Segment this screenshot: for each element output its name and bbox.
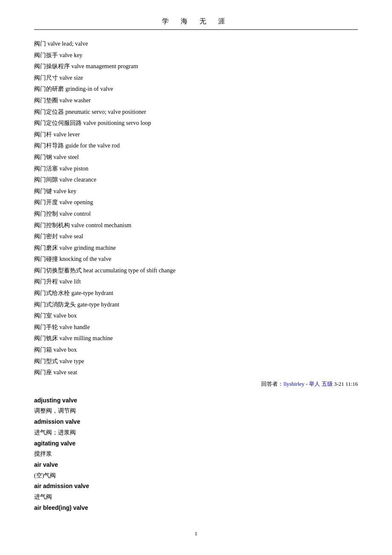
list-item: 阀门座 valve seat — [34, 367, 358, 379]
list-item: 阀门控制机构 valve control mechanism — [34, 220, 358, 231]
list-item: 阀门扳手 valve key — [34, 50, 358, 61]
list-item-chinese: (空)气阀 — [34, 471, 358, 481]
list-item-chinese: 进气阀 — [34, 492, 358, 502]
list-item: 阀门密封 valve seal — [34, 231, 358, 243]
header-title: 学 海 无 涯 — [162, 17, 230, 25]
list-item: admission valve — [34, 416, 358, 428]
list-item: 阀门间隙 valve clearance — [34, 174, 358, 186]
list-item: adjusting valve — [34, 395, 358, 406]
list-item: 阀门铣床 valve milling machine — [34, 333, 358, 344]
list-item: 阀门升程 valve lift — [34, 276, 358, 288]
list-item: 阀门开度 valve opening — [34, 197, 358, 208]
page-header: 学 海 无 涯 — [34, 17, 358, 30]
list-item: 阀门箱 valve box — [34, 344, 358, 356]
main-content: 阀门 valve lead; valve阀门扳手 valve key阀门操纵程序… — [34, 38, 358, 513]
list-item: 阀门室 valve box — [34, 310, 358, 322]
list-item: air bleed(ing) valve — [34, 502, 358, 514]
list-item: 阀门尺寸 valve size — [34, 72, 358, 84]
list-item: 阀门键 valve key — [34, 186, 358, 197]
list-item: 阀门型式 valve type — [34, 356, 358, 367]
list-item: air admission valve — [34, 480, 358, 492]
list-item: 阀门 valve lead; valve — [34, 38, 358, 50]
respondent-separator: - — [304, 381, 309, 387]
list-item: 阀门式给水栓 gate-type hydrant — [34, 288, 358, 299]
list-item-chinese: 调整阀，调节阀 — [34, 406, 358, 416]
list-item: 阀门式消防龙头 gate-type hydrant — [34, 299, 358, 311]
section2-entries: adjusting valve调整阀，调节阀admission valve进气阀… — [34, 395, 358, 514]
list-item: 阀门操纵程序 valve management program — [34, 61, 358, 72]
list-item: 阀门垫圈 valve washer — [34, 95, 358, 107]
list-item: 阀门的研磨 grinding-in of valve — [34, 84, 358, 95]
list-item: 阀门杆导路 guide for the valve rod — [34, 140, 358, 152]
respondent-prefix: 回答者： — [261, 381, 283, 387]
respondent-level-link[interactable]: 举人 五级 — [309, 381, 332, 387]
page-number: 1 — [34, 530, 358, 537]
respondent-line: 回答者：llyshirley - 举人 五级 3-21 11:16 — [34, 380, 358, 388]
list-item: 阀门杆 valve lever — [34, 129, 358, 141]
list-item: air valve — [34, 459, 358, 471]
section1-entries: 阀门 valve lead; valve阀门扳手 valve key阀门操纵程序… — [34, 38, 358, 379]
list-item-chinese: 搅拌浆 — [34, 449, 358, 459]
list-item: 阀门定位伺服回路 valve positioning servo loop — [34, 118, 358, 129]
list-item: 阀门定位器 pneumatic servo; valve positioner — [34, 107, 358, 118]
list-item: 阀门切换型蓄热式 heat accumulating type of shift… — [34, 265, 358, 277]
list-item-chinese: 进气阀；进浆阀 — [34, 428, 358, 438]
respondent-level: 举人 五级 — [309, 381, 332, 387]
list-item: 阀门钢 valve steel — [34, 152, 358, 163]
list-item: 阀门控制 valve control — [34, 208, 358, 220]
list-item: 阀门手轮 valve handle — [34, 322, 358, 333]
respondent-link[interactable]: llyshirley — [283, 381, 304, 387]
respondent-date: 3-21 11:16 — [333, 381, 358, 387]
list-item: 阀门磨床 valve grinding machine — [34, 243, 358, 254]
list-item: 阀门活塞 valve piston — [34, 163, 358, 175]
list-item: 阀门碰撞 knocking of the valve — [34, 254, 358, 265]
list-item: agitating valve — [34, 438, 358, 449]
